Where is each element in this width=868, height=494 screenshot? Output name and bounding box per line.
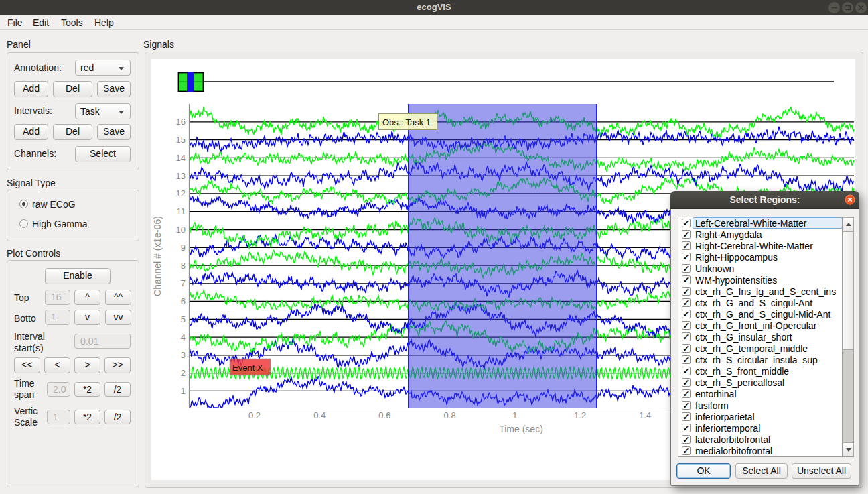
svg-text:1.4: 1.4 <box>639 410 651 420</box>
svg-text:1: 1 <box>512 410 517 420</box>
svg-text:12: 12 <box>176 188 186 198</box>
svg-text:Time (sec): Time (sec) <box>499 424 543 434</box>
svg-text:7: 7 <box>181 278 186 288</box>
svg-text:Channel # (x1e-06): Channel # (x1e-06) <box>152 216 163 296</box>
svg-text:5: 5 <box>181 314 186 324</box>
svg-text:15: 15 <box>176 135 186 145</box>
svg-text:11: 11 <box>177 206 186 217</box>
svg-text:4: 4 <box>181 332 186 343</box>
svg-text:1.2: 1.2 <box>574 410 586 420</box>
svg-text:1: 1 <box>181 386 186 396</box>
svg-text:0.8: 0.8 <box>444 410 456 420</box>
svg-text:0.6: 0.6 <box>378 410 390 420</box>
svg-text:0.2: 0.2 <box>248 410 261 420</box>
svg-text:13: 13 <box>176 171 186 181</box>
svg-text:0.4: 0.4 <box>313 410 326 420</box>
svg-text:3: 3 <box>181 350 186 360</box>
svg-text:9: 9 <box>181 243 186 253</box>
svg-text:2: 2 <box>181 368 186 378</box>
svg-text:Obs.: Task 1: Obs.: Task 1 <box>382 117 431 127</box>
svg-text:6: 6 <box>181 296 186 306</box>
svg-text:16: 16 <box>176 117 186 127</box>
svg-text:Event X: Event X <box>232 363 263 373</box>
svg-text:8: 8 <box>181 261 186 271</box>
svg-text:10: 10 <box>176 225 186 235</box>
svg-text:14: 14 <box>176 153 186 163</box>
